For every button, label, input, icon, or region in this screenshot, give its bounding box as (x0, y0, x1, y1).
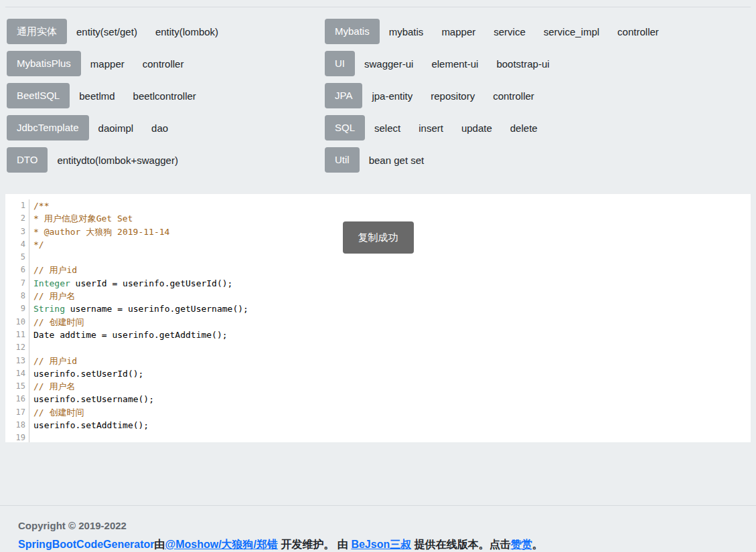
code-text: // 用户名 (29, 380, 75, 393)
line-number: 11 (5, 329, 29, 341)
code-line: 16userinfo.setUsername(); (5, 393, 751, 405)
line-number: 2 (5, 212, 29, 225)
line-number: 8 (5, 290, 29, 302)
line-number: 16 (5, 393, 29, 405)
code-text: // 创建时间 (29, 316, 84, 329)
generate-link[interactable]: dao (151, 122, 168, 134)
line-number: 6 (5, 264, 29, 276)
code-text: /** (29, 199, 49, 212)
code-line: 19 (5, 432, 751, 442)
code-line: 18userinfo.setAddtime(); (5, 419, 751, 432)
line-number: 19 (5, 432, 29, 442)
code-text: userinfo.setUserId(); (29, 367, 143, 380)
footer-link[interactable]: BeJson三叔 (351, 539, 411, 550)
generate-link[interactable]: update (461, 122, 492, 134)
generate-link[interactable]: element-ui (431, 58, 478, 70)
generate-link[interactable]: bootstrap-ui (496, 58, 549, 70)
generate-link[interactable]: beetlcontroller (133, 90, 196, 102)
code-line: 7Integer userId = userinfo.getUserId(); (5, 277, 751, 290)
generator-row: JdbcTemplatedaoimpldao (7, 115, 325, 141)
generator-row: 通用实体entity(set/get)entity(lombok) (7, 19, 325, 44)
generator-panel: 通用实体entity(set/get)entity(lombok)Mybatis… (7, 19, 756, 179)
line-number: 4 (5, 238, 29, 251)
code-line: 17// 创建时间 (5, 406, 751, 419)
code-line: 9String username = userinfo.getUsername(… (5, 302, 751, 315)
generate-link[interactable]: mybatis (389, 26, 424, 37)
line-number: 15 (5, 380, 29, 393)
line-number: 5 (5, 251, 29, 264)
top-divider (5, 7, 751, 7)
generator-row: UIswagger-uielement-uibootstrap-ui (325, 51, 756, 76)
footer-link[interactable]: 赞赏 (511, 539, 532, 550)
generate-link[interactable]: insert (419, 122, 443, 134)
line-number: 14 (5, 367, 29, 380)
credits-text: 提供在线版本。点击 (411, 539, 510, 550)
credits-line: SpringBootCodeGenerator由@Moshow/大狼狗/郑错 开… (18, 538, 756, 551)
generator-right-column: Mybatismybatismapperserviceservice_implc… (325, 19, 756, 179)
code-text: */ (29, 238, 44, 251)
code-text (29, 251, 33, 264)
line-number: 3 (5, 225, 29, 238)
generate-link[interactable]: jpa-entity (372, 90, 412, 102)
generate-link[interactable]: service (494, 26, 526, 37)
generator-row: SQLselectinsertupdatedelete (325, 115, 756, 141)
generate-link[interactable]: daoimpl (98, 122, 134, 134)
code-text: Integer userId = userinfo.getUserId(); (29, 277, 232, 290)
code-generator-page: 通用实体entity(set/get)entity(lombok)Mybatis… (0, 0, 756, 552)
generator-left-column: 通用实体entity(set/get)entity(lombok)Mybatis… (7, 19, 325, 179)
generate-link[interactable]: delete (510, 122, 538, 134)
credits-text: 由 (155, 539, 165, 550)
category-label: JPA (325, 83, 362, 108)
code-line: 15// 用户名 (5, 380, 751, 393)
line-number: 9 (5, 302, 29, 315)
code-text: Date addtime = userinfo.getAddtime(); (29, 329, 228, 341)
category-label: MybatisPlus (7, 51, 81, 76)
generate-link[interactable]: entitydto(lombok+swagger) (57, 155, 178, 166)
generate-link[interactable]: swagger-ui (364, 58, 413, 70)
copyright-text: Copyright © 2019-2022 (18, 519, 756, 533)
code-text: // 用户id (29, 264, 77, 276)
category-label: SQL (325, 115, 365, 141)
footer-link[interactable]: @Moshow/大狼狗/郑错 (165, 539, 278, 550)
generate-link[interactable]: controller (493, 90, 534, 102)
generate-link[interactable]: service_impl (544, 26, 599, 37)
category-label: Mybatis (325, 19, 380, 44)
generator-row: Mybatismybatismapperserviceservice_implc… (325, 19, 756, 44)
category-label: JdbcTemplate (7, 115, 89, 141)
generate-link[interactable]: controller (617, 26, 659, 37)
category-label: 通用实体 (7, 19, 67, 44)
code-line: 14userinfo.setUserId(); (5, 367, 751, 380)
line-number: 12 (5, 341, 29, 354)
code-text: // 创建时间 (29, 406, 84, 419)
category-label: BeetlSQL (7, 83, 70, 108)
generate-link[interactable]: entity(lombok) (155, 26, 218, 37)
category-label: UI (325, 51, 355, 76)
generate-link[interactable]: mapper (90, 58, 125, 70)
generator-row: Utilbean get set (325, 147, 756, 173)
generate-link[interactable]: mapper (441, 26, 475, 37)
credits-text: 。 (532, 539, 543, 550)
code-text: userinfo.setAddtime(); (29, 419, 149, 432)
generate-link[interactable]: entity(set/get) (76, 26, 137, 37)
generate-link[interactable]: controller (143, 58, 184, 70)
generate-link[interactable]: bean get set (369, 155, 425, 166)
code-line: 11Date addtime = userinfo.getAddtime(); (5, 329, 751, 341)
footer: Copyright © 2019-2022 SpringBootCodeGene… (0, 505, 756, 552)
generate-link[interactable]: select (374, 122, 400, 134)
code-line: 1/** (5, 199, 751, 212)
footer-link[interactable]: SpringBootCodeGenerator (18, 539, 155, 550)
line-number: 18 (5, 419, 29, 432)
code-text: String username = userinfo.getUsername()… (29, 302, 248, 315)
generator-row: JPAjpa-entityrepositorycontroller (325, 83, 756, 108)
code-text: // 用户名 (29, 290, 75, 302)
generate-link[interactable]: repository (431, 90, 475, 102)
line-number: 13 (5, 355, 29, 367)
credits-text: 开发维护。 由 (278, 539, 351, 550)
generator-row: MybatisPlusmappercontroller (7, 51, 325, 76)
code-text: userinfo.setUsername(); (29, 393, 154, 405)
line-number: 10 (5, 316, 29, 329)
code-line: 13// 用户id (5, 355, 751, 367)
generate-link[interactable]: beetlmd (79, 90, 115, 102)
code-text (29, 341, 33, 354)
line-number: 1 (5, 199, 29, 212)
